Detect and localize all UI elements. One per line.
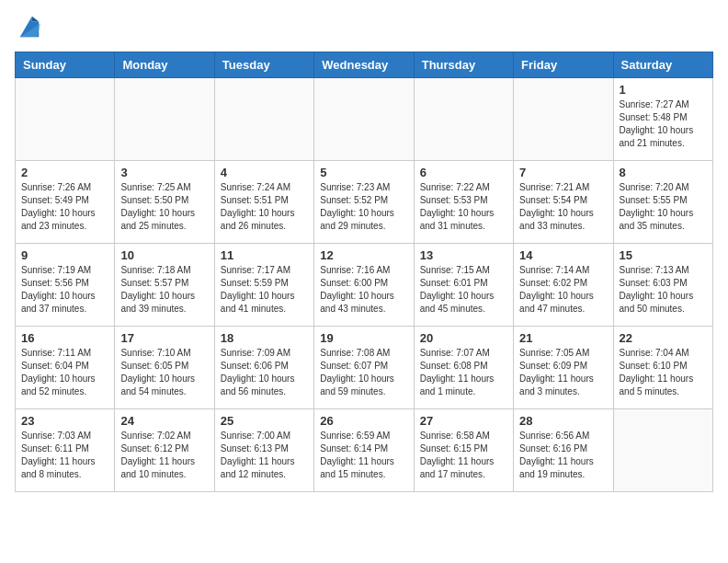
day-info: Sunrise: 6:56 AM Sunset: 6:16 PM Dayligh… <box>519 430 607 481</box>
calendar-cell: 19Sunrise: 7:08 AM Sunset: 6:07 PM Dayli… <box>314 327 414 409</box>
calendar-cell: 12Sunrise: 7:16 AM Sunset: 6:00 PM Dayli… <box>314 244 414 327</box>
calendar-cell: 25Sunrise: 7:00 AM Sunset: 6:13 PM Dayli… <box>214 409 313 492</box>
day-info: Sunrise: 7:00 AM Sunset: 6:13 PM Dayligh… <box>221 430 308 481</box>
calendar-cell: 22Sunrise: 7:04 AM Sunset: 6:10 PM Dayli… <box>613 327 712 409</box>
calendar-cell <box>314 78 414 161</box>
calendar-cell: 17Sunrise: 7:10 AM Sunset: 6:05 PM Dayli… <box>115 327 214 409</box>
calendar-cell: 14Sunrise: 7:14 AM Sunset: 6:02 PM Dayli… <box>514 244 613 327</box>
day-number: 14 <box>519 248 607 262</box>
calendar-cell: 21Sunrise: 7:05 AM Sunset: 6:09 PM Dayli… <box>514 327 613 409</box>
day-number: 7 <box>519 166 607 179</box>
day-info: Sunrise: 7:13 AM Sunset: 6:03 PM Dayligh… <box>620 264 707 316</box>
calendar-cell: 18Sunrise: 7:09 AM Sunset: 6:06 PM Dayli… <box>214 327 313 409</box>
day-number: 27 <box>420 414 507 428</box>
calendar-cell: 6Sunrise: 7:22 AM Sunset: 5:53 PM Daylig… <box>414 161 513 244</box>
calendar-cell: 27Sunrise: 6:58 AM Sunset: 6:15 PM Dayli… <box>414 409 513 492</box>
calendar-week-row: 2Sunrise: 7:26 AM Sunset: 5:49 PM Daylig… <box>16 161 713 244</box>
calendar-cell: 8Sunrise: 7:20 AM Sunset: 5:55 PM Daylig… <box>613 161 712 244</box>
header-wednesday: Wednesday <box>314 52 414 78</box>
svg-marker-1 <box>32 17 39 22</box>
day-info: Sunrise: 7:21 AM Sunset: 5:54 PM Dayligh… <box>519 181 607 233</box>
day-info: Sunrise: 7:07 AM Sunset: 6:08 PM Dayligh… <box>420 347 507 398</box>
day-number: 9 <box>21 248 108 262</box>
day-number: 22 <box>620 331 707 345</box>
day-number: 8 <box>620 166 707 179</box>
day-info: Sunrise: 7:19 AM Sunset: 5:56 PM Dayligh… <box>21 264 108 316</box>
day-number: 21 <box>519 331 607 345</box>
day-number: 17 <box>120 331 208 345</box>
day-info: Sunrise: 7:18 AM Sunset: 5:57 PM Dayligh… <box>120 264 208 316</box>
logo-icon <box>17 15 42 40</box>
calendar-cell: 9Sunrise: 7:19 AM Sunset: 5:56 PM Daylig… <box>16 244 115 327</box>
day-number: 10 <box>120 248 208 262</box>
day-info: Sunrise: 7:20 AM Sunset: 5:55 PM Dayligh… <box>620 181 707 233</box>
calendar-week-row: 1Sunrise: 7:27 AM Sunset: 5:48 PM Daylig… <box>16 78 713 161</box>
calendar-cell <box>414 78 513 161</box>
day-number: 3 <box>120 166 208 179</box>
day-info: Sunrise: 6:59 AM Sunset: 6:14 PM Dayligh… <box>320 430 407 481</box>
calendar-cell: 26Sunrise: 6:59 AM Sunset: 6:14 PM Dayli… <box>314 409 414 492</box>
day-info: Sunrise: 7:16 AM Sunset: 6:00 PM Dayligh… <box>320 264 407 316</box>
calendar-cell <box>115 78 214 161</box>
calendar-table: Sunday Monday Tuesday Wednesday Thursday… <box>15 52 713 492</box>
calendar-cell: 11Sunrise: 7:17 AM Sunset: 5:59 PM Dayli… <box>214 244 313 327</box>
day-info: Sunrise: 7:04 AM Sunset: 6:10 PM Dayligh… <box>620 347 707 398</box>
calendar-cell <box>214 78 313 161</box>
calendar-week-row: 23Sunrise: 7:03 AM Sunset: 6:11 PM Dayli… <box>16 409 713 492</box>
calendar-cell <box>514 78 613 161</box>
calendar-cell: 20Sunrise: 7:07 AM Sunset: 6:08 PM Dayli… <box>414 327 513 409</box>
calendar-cell: 3Sunrise: 7:25 AM Sunset: 5:50 PM Daylig… <box>115 161 214 244</box>
day-info: Sunrise: 7:22 AM Sunset: 5:53 PM Dayligh… <box>420 181 507 233</box>
day-number: 26 <box>320 414 407 428</box>
day-number: 4 <box>221 166 308 179</box>
day-number: 11 <box>221 248 308 262</box>
day-info: Sunrise: 7:11 AM Sunset: 6:04 PM Dayligh… <box>21 347 108 398</box>
day-info: Sunrise: 7:26 AM Sunset: 5:49 PM Dayligh… <box>21 181 108 233</box>
day-info: Sunrise: 7:14 AM Sunset: 6:02 PM Dayligh… <box>519 264 607 316</box>
day-number: 24 <box>120 414 208 428</box>
day-info: Sunrise: 7:23 AM Sunset: 5:52 PM Dayligh… <box>320 181 407 233</box>
day-info: Sunrise: 7:10 AM Sunset: 6:05 PM Dayligh… <box>120 347 208 398</box>
header-friday: Friday <box>514 52 613 78</box>
day-number: 1 <box>620 83 707 97</box>
day-number: 2 <box>21 166 108 179</box>
day-number: 15 <box>620 248 707 262</box>
calendar-cell: 1Sunrise: 7:27 AM Sunset: 5:48 PM Daylig… <box>613 78 712 161</box>
day-info: Sunrise: 7:02 AM Sunset: 6:12 PM Dayligh… <box>120 430 208 481</box>
day-info: Sunrise: 7:03 AM Sunset: 6:11 PM Dayligh… <box>21 430 108 481</box>
day-info: Sunrise: 7:17 AM Sunset: 5:59 PM Dayligh… <box>221 264 308 316</box>
day-info: Sunrise: 7:08 AM Sunset: 6:07 PM Dayligh… <box>320 347 407 398</box>
day-info: Sunrise: 7:24 AM Sunset: 5:51 PM Dayligh… <box>221 181 308 233</box>
day-info: Sunrise: 7:15 AM Sunset: 6:01 PM Dayligh… <box>420 264 507 316</box>
day-info: Sunrise: 7:09 AM Sunset: 6:06 PM Dayligh… <box>221 347 308 398</box>
calendar-cell <box>613 409 712 492</box>
page-header <box>15 15 713 44</box>
calendar-cell: 15Sunrise: 7:13 AM Sunset: 6:03 PM Dayli… <box>613 244 712 327</box>
day-info: Sunrise: 7:27 AM Sunset: 5:48 PM Dayligh… <box>620 98 707 150</box>
header-tuesday: Tuesday <box>214 52 313 78</box>
header-sunday: Sunday <box>16 52 115 78</box>
header-thursday: Thursday <box>414 52 513 78</box>
header-saturday: Saturday <box>613 52 712 78</box>
calendar-cell: 2Sunrise: 7:26 AM Sunset: 5:49 PM Daylig… <box>16 161 115 244</box>
day-info: Sunrise: 7:25 AM Sunset: 5:50 PM Dayligh… <box>120 181 208 233</box>
calendar-cell: 28Sunrise: 6:56 AM Sunset: 6:16 PM Dayli… <box>514 409 613 492</box>
calendar-cell: 23Sunrise: 7:03 AM Sunset: 6:11 PM Dayli… <box>16 409 115 492</box>
day-number: 13 <box>420 248 507 262</box>
day-number: 16 <box>21 331 108 345</box>
day-number: 23 <box>21 414 108 428</box>
day-number: 19 <box>320 331 407 345</box>
calendar-week-row: 16Sunrise: 7:11 AM Sunset: 6:04 PM Dayli… <box>16 327 713 409</box>
calendar-cell: 16Sunrise: 7:11 AM Sunset: 6:04 PM Dayli… <box>16 327 115 409</box>
calendar-cell: 10Sunrise: 7:18 AM Sunset: 5:57 PM Dayli… <box>115 244 214 327</box>
calendar-week-row: 9Sunrise: 7:19 AM Sunset: 5:56 PM Daylig… <box>16 244 713 327</box>
logo <box>15 15 42 44</box>
day-number: 18 <box>221 331 308 345</box>
calendar-cell: 5Sunrise: 7:23 AM Sunset: 5:52 PM Daylig… <box>314 161 414 244</box>
day-info: Sunrise: 6:58 AM Sunset: 6:15 PM Dayligh… <box>420 430 507 481</box>
day-number: 12 <box>320 248 407 262</box>
day-info: Sunrise: 7:05 AM Sunset: 6:09 PM Dayligh… <box>519 347 607 398</box>
day-number: 25 <box>221 414 308 428</box>
calendar-cell: 7Sunrise: 7:21 AM Sunset: 5:54 PM Daylig… <box>514 161 613 244</box>
header-monday: Monday <box>115 52 214 78</box>
